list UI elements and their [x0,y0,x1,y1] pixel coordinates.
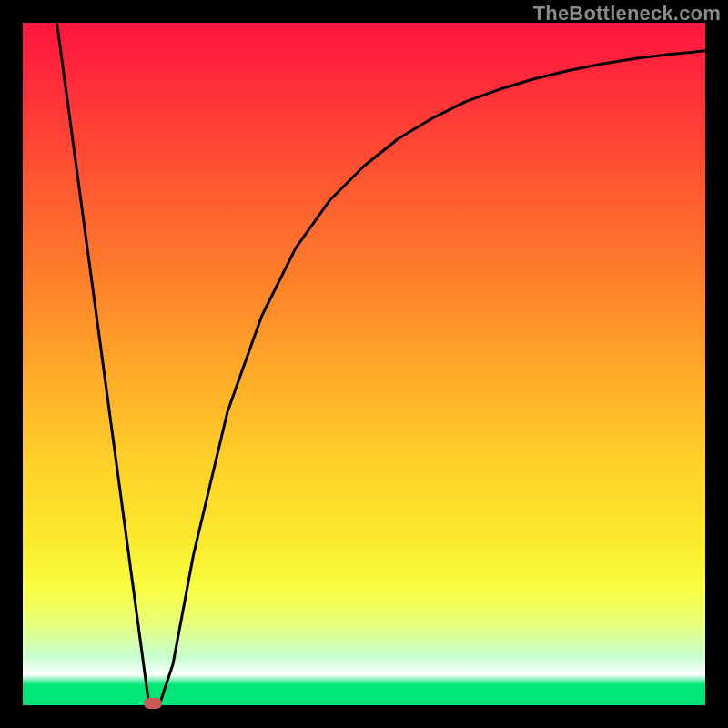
bottleneck-curve-path [57,23,706,705]
chart-frame: TheBottleneck.com [0,0,728,728]
plot-area [23,23,705,705]
curve-svg [23,23,705,705]
min-marker [144,698,162,709]
